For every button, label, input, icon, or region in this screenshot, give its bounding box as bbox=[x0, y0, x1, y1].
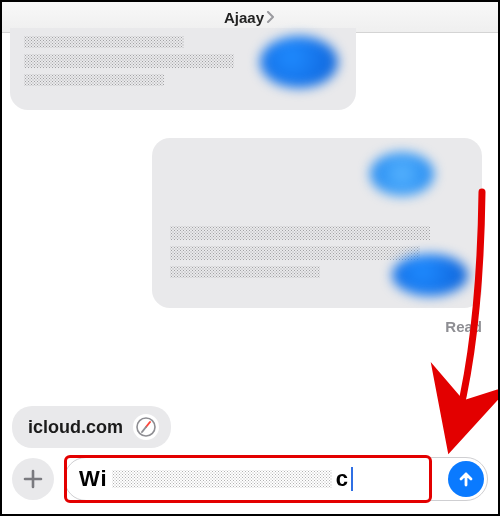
plus-icon bbox=[22, 468, 44, 490]
message-thread: Read bbox=[4, 34, 496, 396]
link-preview-row: icloud.com bbox=[12, 406, 171, 448]
read-receipt: Read bbox=[445, 318, 482, 335]
send-up-icon bbox=[456, 469, 476, 489]
link-preview-pill[interactable]: icloud.com bbox=[12, 406, 171, 448]
contact-name: Ajaay bbox=[224, 9, 264, 26]
safari-icon bbox=[133, 414, 159, 440]
attach-button[interactable] bbox=[12, 458, 54, 500]
input-text-end: c bbox=[336, 466, 349, 492]
message-composer: Wi c bbox=[2, 454, 498, 504]
chevron-right-icon bbox=[266, 11, 276, 23]
text-caret bbox=[351, 467, 353, 491]
link-preview-domain: icloud.com bbox=[28, 417, 123, 438]
input-text-start: Wi bbox=[79, 466, 108, 492]
send-button[interactable] bbox=[448, 461, 484, 497]
redacted-text bbox=[112, 470, 332, 488]
message-input[interactable]: Wi c bbox=[64, 457, 488, 501]
message-bubble-incoming[interactable] bbox=[152, 138, 482, 308]
message-bubble-incoming[interactable] bbox=[10, 28, 356, 110]
